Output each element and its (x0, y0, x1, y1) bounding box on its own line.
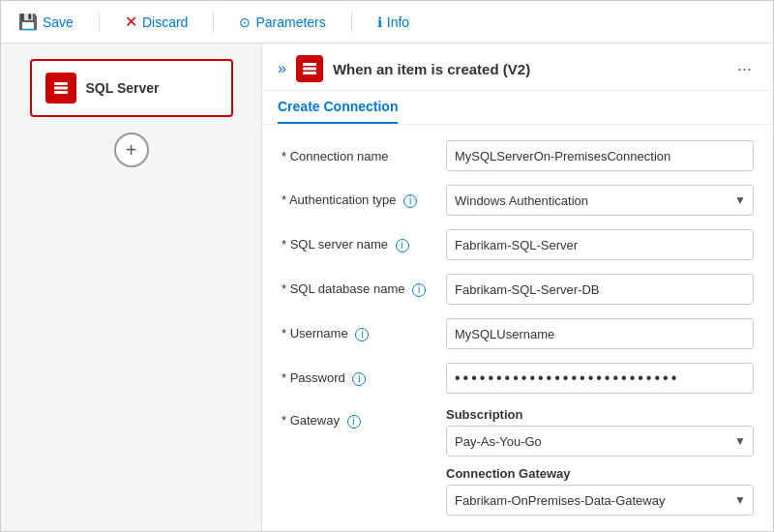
connection-name-label: * Connection name (282, 149, 446, 163)
trigger-icon (296, 55, 323, 82)
discard-button[interactable]: ✕ Discard (119, 9, 194, 35)
add-step-button[interactable]: + (114, 133, 149, 167)
password-row: * Password i (282, 363, 754, 394)
password-info-icon[interactable]: i (352, 372, 366, 386)
username-info-icon[interactable]: i (355, 328, 369, 341)
connection-name-input[interactable] (446, 140, 754, 171)
svg-rect-3 (303, 63, 316, 66)
info-icon: ℹ (377, 15, 382, 30)
connection-gateway-section-label: Connection Gateway (446, 466, 754, 481)
toolbar-divider-2 (213, 13, 214, 32)
tab-create-connection[interactable]: Create Connection (278, 91, 398, 124)
gateway-label-text: * Gateway (282, 413, 340, 428)
discard-label: Discard (142, 15, 188, 30)
gateway-row: * Gateway i Subscription Pay-As-You-Go ▼ (282, 407, 754, 516)
info-label: Info (387, 15, 409, 30)
svg-rect-2 (54, 91, 68, 94)
connection-name-row: * Connection name (282, 140, 754, 171)
sql-db-name-label: * SQL database name i (282, 281, 446, 297)
parameters-icon: ⊙ (239, 15, 251, 30)
auth-type-select[interactable]: Windows Authentication SQL Server Authen… (446, 185, 754, 216)
svg-rect-4 (303, 68, 316, 71)
toolbar-divider-1 (99, 13, 100, 32)
username-label: * Username i (282, 326, 446, 341)
subscription-select-wrapper: Pay-As-You-Go ▼ (446, 426, 754, 457)
parameters-label: Parameters (255, 15, 325, 30)
more-options-button[interactable]: ··· (731, 57, 758, 81)
connection-gateway-select-wrapper: Fabrikam-OnPremises-Data-Gateway ▼ (446, 485, 754, 516)
save-label: Save (43, 15, 74, 30)
connection-gateway-section: Connection Gateway Fabrikam-OnPremises-D… (446, 466, 754, 516)
auth-type-label-text: * Authentication type (282, 192, 397, 207)
toolbar: 💾 Save ✕ Discard ⊙ Parameters ℹ Info (1, 1, 773, 44)
parameters-button[interactable]: ⊙ Parameters (233, 11, 331, 34)
username-row: * Username i (282, 318, 754, 349)
save-icon: 💾 (18, 13, 38, 31)
gateway-label: * Gateway i (282, 413, 446, 429)
svg-rect-1 (54, 87, 68, 90)
username-label-text: * Username (282, 326, 348, 340)
main-layout: SQL Server + » When an item is created (… (1, 44, 773, 532)
discard-icon: ✕ (125, 13, 137, 31)
header-row: » When an item is created (V2) ··· (262, 44, 773, 91)
auth-type-row: * Authentication type i Windows Authenti… (282, 185, 754, 216)
form-area: * Connection name * Authentication type … (262, 125, 773, 532)
sql-server-card[interactable]: SQL Server (30, 59, 233, 117)
auth-type-select-wrapper: Windows Authentication SQL Server Authen… (446, 185, 754, 216)
sql-server-name-row: * SQL server name i (282, 229, 754, 260)
sql-db-name-row: * SQL database name i (282, 274, 754, 305)
info-button[interactable]: ℹ Info (372, 11, 415, 34)
gateway-info-icon[interactable]: i (347, 415, 361, 429)
svg-rect-5 (303, 72, 316, 74)
save-button[interactable]: 💾 Save (13, 9, 79, 35)
tab-bar: Create Connection (262, 91, 773, 125)
sql-server-name-input[interactable] (446, 229, 754, 260)
svg-rect-0 (54, 82, 68, 85)
sql-db-name-input[interactable] (446, 274, 754, 305)
connection-name-label-text: * Connection name (282, 149, 389, 163)
sql-server-name-info-icon[interactable]: i (396, 239, 409, 252)
trigger-title: When an item is created (V2) (333, 61, 731, 77)
sql-db-name-info-icon[interactable]: i (412, 283, 426, 297)
subscription-section: Subscription Pay-As-You-Go ▼ (446, 407, 754, 457)
password-label-text: * Password (282, 370, 345, 385)
password-input[interactable] (446, 363, 754, 394)
subscription-section-label: Subscription (446, 407, 754, 422)
right-panel: » When an item is created (V2) ··· Creat… (262, 44, 773, 532)
sql-db-name-label-text: * SQL database name (282, 281, 404, 296)
subscription-select[interactable]: Pay-As-You-Go (446, 426, 754, 457)
sql-server-name-label-text: * SQL server name (282, 237, 388, 251)
sql-server-icon (45, 73, 76, 103)
collapse-icon[interactable]: » (278, 60, 286, 77)
connection-gateway-select[interactable]: Fabrikam-OnPremises-Data-Gateway (446, 485, 754, 516)
auth-type-label: * Authentication type i (282, 192, 446, 208)
auth-type-info-icon[interactable]: i (403, 194, 417, 208)
username-input[interactable] (446, 318, 754, 349)
toolbar-divider-3 (351, 13, 352, 32)
sql-server-name-label: * SQL server name i (282, 237, 446, 252)
password-label: * Password i (282, 370, 446, 386)
left-panel: SQL Server + (1, 44, 262, 532)
sql-server-label: SQL Server (86, 80, 160, 96)
